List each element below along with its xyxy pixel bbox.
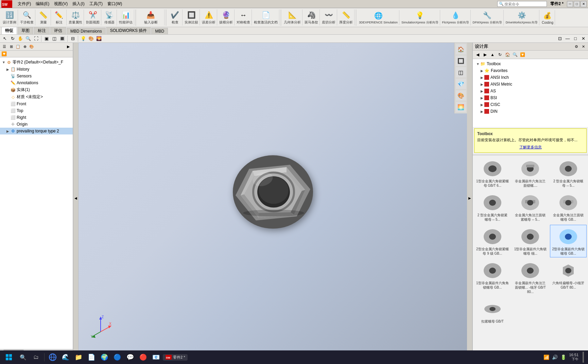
tree-solid[interactable]: 📦 实体(1): [0, 86, 73, 93]
icon-win-min[interactable]: —: [564, 35, 571, 42]
tab-sketch[interactable]: 草图: [18, 27, 33, 34]
menu-file[interactable]: 文件(F): [16, 0, 33, 7]
view-3d[interactable]: 🔲: [456, 56, 466, 66]
icon-win-close[interactable]: ✕: [580, 35, 587, 42]
taskbar-email[interactable]: 📧: [150, 351, 162, 363]
icon-scene[interactable]: 🌄: [96, 35, 102, 42]
toolbar-3dexperience[interactable]: 🌐 3DEXPERIENCE Simulation: [358, 10, 399, 25]
icon-rotate[interactable]: ↻: [9, 35, 16, 42]
toolbar-simxpress[interactable]: 💡 SimulationXpress 分析向导: [400, 10, 440, 25]
taskbar-search[interactable]: 🔍: [17, 351, 29, 363]
toolbar-measure[interactable]: 📏 测量: [36, 10, 51, 25]
tab-sw-plugins[interactable]: SOLIDWORKS 插件: [106, 27, 151, 34]
toolbar-activate[interactable]: 📄 检查激活的文档: [253, 10, 279, 25]
toolbar-geo[interactable]: 📐 几何体分析: [282, 10, 302, 25]
close-button[interactable]: ✕: [581, 1, 587, 7]
taskbar-notepad[interactable]: 📄: [85, 351, 98, 363]
part-card-11[interactable]: 非金属嵌件六角法兰面锁螺... -细牙 GB/T 80...: [512, 259, 549, 296]
taskbar-weixin[interactable]: 💬: [124, 351, 136, 363]
toolbox-ansi-inch[interactable]: ▶ ANSI Inch: [473, 74, 588, 81]
tab-evaluate[interactable]: 评估: [50, 27, 66, 34]
tree-annotations[interactable]: ✏️ Annotations: [0, 79, 73, 86]
toolbar-driveworks[interactable]: ⚙️ DriveWorksXpress 向导: [504, 10, 540, 25]
toolbar-section[interactable]: ✂️ 剖面视图: [85, 10, 101, 25]
panel-forward-button[interactable]: ▶: [482, 51, 488, 58]
icon-fitall[interactable]: ⛶: [33, 35, 39, 42]
toolbar-solid-check[interactable]: 🔲 实体比较: [183, 10, 200, 25]
sidebar-icon-grid[interactable]: ⊞: [8, 43, 14, 50]
icon-zoom[interactable]: 🔍: [25, 35, 32, 42]
view-home[interactable]: 🏠: [456, 44, 466, 54]
taskbar-app1[interactable]: 🔵: [111, 351, 123, 363]
taskbar-browser[interactable]: [47, 351, 59, 363]
part-card-12[interactable]: 六角特扁螺母-小细牙 GB/T 80...: [550, 259, 587, 296]
view-section[interactable]: ◫: [456, 67, 466, 77]
toolbar-annotation[interactable]: ✏️ 标注: [52, 10, 67, 25]
tray-volume[interactable]: 🔊: [552, 354, 558, 360]
tab-features[interactable]: 特征: [1, 27, 17, 34]
taskbar-clock[interactable]: 16:51 下午: [569, 353, 578, 362]
toolbar-sensor[interactable]: 📡 传感器: [102, 10, 117, 25]
tree-top[interactable]: ⬜ Top: [0, 107, 73, 114]
panel-home-button[interactable]: 🏠: [504, 51, 511, 58]
toolbar-costing[interactable]: 💰 Costing: [540, 10, 555, 25]
tab-mbd-dim[interactable]: MBD Dimensions: [67, 28, 106, 34]
toolbar-mold-analysis[interactable]: 🔮 拔模分析: [218, 10, 235, 25]
toolbar-zebra[interactable]: 🦓 斑马条纹: [303, 10, 320, 25]
panel-close-icon[interactable]: ✕: [581, 44, 586, 49]
taskbar-app2[interactable]: 🔴: [137, 351, 149, 363]
sidebar-icon-display[interactable]: 🎨: [29, 43, 35, 50]
tree-front[interactable]: ⬜ Front: [0, 101, 73, 107]
right-panel-collapse[interactable]: ▶: [467, 43, 472, 353]
toolbox-cisc[interactable]: ▶ CISC: [473, 101, 588, 108]
icon-view2[interactable]: ◫: [51, 35, 58, 42]
view-render[interactable]: 💎: [456, 79, 466, 89]
toolbar-symmetry[interactable]: ↔️ 对称检查: [235, 10, 252, 25]
panel-up-button[interactable]: ▲: [489, 51, 496, 58]
sidebar-icon-prop[interactable]: 📋: [15, 43, 21, 50]
menu-window[interactable]: 窗口(W): [105, 0, 124, 7]
menu-insert[interactable]: 插入(I): [70, 0, 86, 7]
toolbar-thickness[interactable]: 📏 厚度分析: [338, 10, 354, 25]
toolbar-interference[interactable]: 🔍 干涉检查: [19, 10, 35, 25]
toolbar-performance[interactable]: 📊 性能评估: [118, 10, 134, 25]
tray-network[interactable]: 📶: [543, 354, 549, 360]
panel-refresh-button[interactable]: ↻: [497, 51, 503, 58]
icon-view3[interactable]: 🔳: [59, 35, 66, 42]
part-card-1[interactable]: 1型全金属六角锁紧螺母 GB/T 6...: [474, 157, 511, 189]
sidebar-icon-expand[interactable]: ▶: [65, 43, 71, 50]
filter-icon[interactable]: 🔽: [1, 51, 7, 56]
warning-link[interactable]: 了解更多信息: [477, 145, 584, 150]
panel-back-button[interactable]: ◀: [474, 51, 481, 58]
tree-sensors[interactable]: 📡 Sensors: [0, 73, 73, 79]
icon-pan[interactable]: ✋: [17, 35, 24, 42]
part-card-2[interactable]: 非金属嵌件六角法兰面锁螺....: [512, 157, 549, 189]
part-card-3[interactable]: 2 型全金属六角锁螺母 -- 5...: [550, 157, 587, 189]
toolbar-curvature[interactable]: 〰️ 底切分析: [321, 10, 337, 25]
icon-light[interactable]: 💡: [80, 35, 87, 42]
toolbox-as[interactable]: ▶ AS: [473, 88, 588, 94]
taskbar-taskview[interactable]: 🗂: [30, 351, 42, 363]
menu-edit[interactable]: 编辑(E): [34, 0, 51, 7]
taskbar-sw-app[interactable]: SW 零件2 *: [163, 354, 188, 361]
toolbox-root[interactable]: ▼ 📁 Toolbox: [473, 60, 588, 67]
toolbar-mass[interactable]: ⚖️ 质量属性: [67, 10, 84, 25]
minimize-button[interactable]: ─: [567, 1, 573, 7]
icon-win-restore[interactable]: ⊡: [556, 35, 563, 42]
search-input[interactable]: [504, 2, 545, 6]
taskbar-ie[interactable]: 🌍: [98, 351, 110, 363]
view-scene[interactable]: 🌅: [456, 102, 466, 112]
tab-annotate[interactable]: 标注: [34, 27, 50, 34]
toolbar-check[interactable]: ✔️ 检查: [168, 10, 183, 25]
toolbox-ansi-metric[interactable]: ▶ ANSI Metric: [473, 81, 588, 88]
toolbar-dfmxpress[interactable]: 🔧 DFMXpress 分析向导: [471, 10, 504, 25]
show-desktop-button[interactable]: [583, 352, 584, 363]
tree-right[interactable]: ⬜ Right: [0, 114, 73, 121]
tree-origin[interactable]: ✛ Origin: [0, 121, 73, 128]
icon-view1[interactable]: ▣: [43, 35, 50, 42]
tree-prevailing[interactable]: ▶ ⚙ prevailing torque type 2: [0, 128, 73, 134]
icon-section[interactable]: ⊟: [69, 35, 76, 42]
part-card-4[interactable]: 2 型全金属六角锁紧螺母 -- 5...: [474, 191, 511, 223]
sidebar-icon-list[interactable]: ☰: [1, 43, 7, 50]
toolbox-din[interactable]: ▶ DIN: [473, 108, 588, 115]
